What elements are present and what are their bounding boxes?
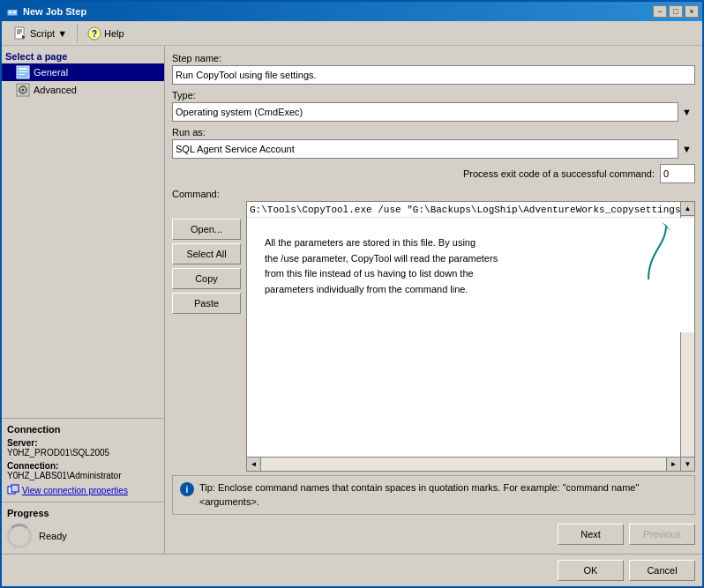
toolbar: Script ▼ ? Help <box>2 21 702 46</box>
run-as-row: Run as: SQL Agent Service Account ▼ <box>172 127 695 159</box>
sidebar-advanced-label: Advanced <box>34 85 77 95</box>
step-name-row: Step name: <box>172 53 695 85</box>
help-button[interactable]: ? Help <box>81 24 131 43</box>
tip-icon-letter: i <box>186 485 189 495</box>
bottom-nav-buttons: Next Previous <box>172 520 695 547</box>
svg-rect-2 <box>9 11 11 13</box>
svg-rect-19 <box>11 485 19 492</box>
scroll-left-arrow[interactable]: ◄ <box>247 458 261 472</box>
cancel-button[interactable]: Cancel <box>629 560 695 581</box>
command-text-value: G:\Tools\CopyTool.exe /use "G:\Backups\L… <box>250 205 694 215</box>
svg-rect-12 <box>19 68 27 70</box>
help-icon: ? <box>87 26 101 41</box>
svg-point-17 <box>22 89 25 92</box>
connection-section: Connection Server: Y0HZ_PROD01\SQL2005 C… <box>2 418 164 502</box>
sidebar-item-general[interactable]: General <box>2 63 164 81</box>
select-all-button[interactable]: Select All <box>172 243 241 264</box>
type-select-wrapper: Operating system (CmdExec) ▼ <box>172 102 695 122</box>
command-area: Open... Select All Copy Paste G:\Tools\C… <box>172 201 695 472</box>
scroll-up-arrow[interactable]: ▲ <box>681 202 694 216</box>
new-job-step-window: New Job Step − □ × Script ▼ <box>0 0 704 588</box>
horizontal-scrollbar[interactable]: ◄ ► <box>247 457 680 471</box>
type-select[interactable]: Operating system (CmdExec) <box>172 102 695 122</box>
sidebar-general-label: General <box>34 67 68 78</box>
connection-value: Y0HZ_LABS01\Administrator <box>7 471 159 480</box>
scroll-down-arrow[interactable]: ▼ <box>681 457 694 471</box>
progress-content: Ready <box>7 524 159 548</box>
view-connection-label: View connection properties <box>22 486 128 495</box>
scroll-right-arrow[interactable]: ► <box>666 458 680 472</box>
annotation-area: All the parameters are stored in this fi… <box>247 218 694 332</box>
script-icon <box>13 26 27 41</box>
copy-button[interactable]: Copy <box>172 268 241 289</box>
close-button[interactable]: × <box>685 5 699 18</box>
minimize-button[interactable]: − <box>653 5 667 18</box>
svg-rect-14 <box>19 74 25 75</box>
sidebar-section-title: Select a page <box>2 46 164 63</box>
run-as-label: Run as: <box>172 127 695 138</box>
run-as-select[interactable]: SQL Agent Service Account <box>172 139 695 159</box>
type-row: Type: Operating system (CmdExec) ▼ <box>172 90 695 122</box>
window-body: Script ▼ ? Help Select a page <box>2 21 702 586</box>
command-text-top: G:\Tools\CopyTool.exe /use "G:\Backups\L… <box>247 202 694 218</box>
progress-spinner <box>7 524 32 548</box>
sidebar: Select a page General <box>2 46 165 554</box>
type-label: Type: <box>172 90 695 100</box>
teal-arrow-annotation <box>622 218 675 288</box>
tip-box: i Tip: Enclose command names that contai… <box>172 475 695 515</box>
step-name-input[interactable] <box>172 65 695 85</box>
paste-button[interactable]: Paste <box>172 293 241 314</box>
exit-code-input[interactable] <box>660 164 695 183</box>
exit-code-label: Process exit code of a successful comman… <box>463 168 655 179</box>
progress-section: Progress Ready <box>2 502 164 554</box>
script-button[interactable]: Script ▼ <box>7 24 73 43</box>
script-dropdown-arrow: ▼ <box>57 28 67 39</box>
toolbar-separator <box>77 25 78 42</box>
exit-code-row: Process exit code of a successful comman… <box>172 164 695 183</box>
command-text-area-wrapper: G:\Tools\CopyTool.exe /use "G:\Backups\L… <box>246 201 695 472</box>
server-label: Server: <box>7 438 159 448</box>
progress-status: Ready <box>39 531 67 541</box>
next-button[interactable]: Next <box>558 524 624 545</box>
server-value: Y0HZ_PROD01\SQL2005 <box>7 448 159 458</box>
connection-link-icon <box>7 484 19 496</box>
command-label: Command: <box>172 189 695 199</box>
window-title: New Job Step <box>23 6 653 17</box>
title-bar: New Job Step − □ × <box>2 2 702 21</box>
hscroll-track <box>261 458 666 471</box>
content-area: Select a page General <box>2 46 702 554</box>
step-name-label: Step name: <box>172 53 695 63</box>
annotation-text: All the parameters are stored in this fi… <box>265 235 672 297</box>
advanced-icon <box>16 83 30 97</box>
command-container: Command: Open... Select All Copy Paste G… <box>172 189 695 475</box>
main-panel: Step name: Type: Operating system (CmdEx… <box>165 46 702 554</box>
sidebar-item-advanced[interactable]: Advanced <box>2 81 164 99</box>
progress-title: Progress <box>7 508 159 518</box>
open-button[interactable]: Open... <box>172 219 241 240</box>
connection-label: Connection: <box>7 461 159 471</box>
general-icon <box>16 65 30 79</box>
tip-text: Tip: Enclose command names that contain … <box>199 481 687 509</box>
command-buttons: Open... Select All Copy Paste <box>172 201 241 472</box>
svg-rect-13 <box>19 71 27 72</box>
script-label: Script <box>30 28 55 39</box>
run-as-select-wrapper: SQL Agent Service Account ▼ <box>172 139 695 159</box>
help-label: Help <box>104 28 124 39</box>
svg-rect-1 <box>7 7 18 10</box>
previous-button[interactable]: Previous <box>629 524 695 545</box>
svg-text:?: ? <box>92 29 97 39</box>
maximize-button[interactable]: □ <box>669 5 683 18</box>
window-icon <box>5 4 19 19</box>
connection-title: Connection <box>7 424 159 435</box>
title-bar-buttons: − □ × <box>653 5 699 18</box>
tip-icon: i <box>180 482 194 496</box>
view-connection-properties-link[interactable]: View connection properties <box>7 484 159 496</box>
dialog-buttons: OK Cancel <box>2 554 702 586</box>
ok-button[interactable]: OK <box>558 560 624 581</box>
svg-rect-3 <box>13 11 16 13</box>
